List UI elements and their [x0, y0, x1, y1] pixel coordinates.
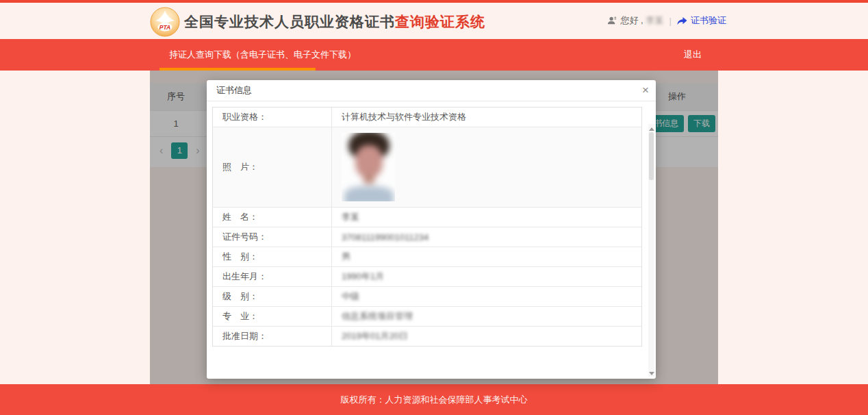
greeting-text: 您好 , — [620, 14, 643, 27]
tab-holder-query-download[interactable]: 持证人查询下载（含电子证书、电子文件下载） — [169, 39, 356, 71]
user-icon — [607, 16, 617, 25]
detail-row-approval-date: 批准日期： 2019年01月20日 — [213, 326, 641, 346]
detail-value: 370811199001011234 — [332, 227, 641, 247]
detail-row-name: 姓 名： 李某 — [213, 207, 641, 227]
detail-value — [332, 127, 641, 207]
detail-label: 职业资格： — [213, 108, 332, 127]
detail-label: 照 片： — [213, 127, 332, 207]
detail-row-level: 级 别： 中级 — [213, 286, 641, 306]
detail-label: 姓 名： — [213, 208, 332, 227]
page-title: 全国专业技术人员职业资格证书查询验证系统 — [184, 12, 485, 32]
divider: | — [669, 16, 672, 26]
detail-value: 信息系统项目管理 — [332, 307, 641, 326]
detail-value: 1990年1月 — [332, 267, 641, 286]
scrollbar-thumb[interactable] — [649, 132, 654, 180]
page-title-suffix: 查询验证系统 — [395, 14, 485, 29]
detail-value: 计算机技术与软件专业技术资格 — [332, 108, 641, 127]
content-area: 序号 操作 1 证书信息 下载 ‹ 1 › 共1条 证书信息 × — [150, 71, 718, 384]
detail-row-major: 专 业： 信息系统项目管理 — [213, 306, 641, 326]
modal-title: 证书信息 — [216, 85, 252, 95]
detail-row-id-number: 证件号码： 370811199001011234 — [213, 227, 641, 247]
detail-label: 专 业： — [213, 307, 332, 326]
copyright-text: 版权所有：人力资源和社会保障部人事考试中心 — [341, 394, 528, 405]
detail-label: 批准日期： — [213, 327, 332, 346]
detail-value: 中级 — [332, 287, 641, 306]
detail-label: 证件号码： — [213, 227, 332, 247]
page-title-main: 全国专业技术人员职业资格证书 — [184, 14, 395, 29]
detail-row-qualification: 职业资格： 计算机技术与软件专业技术资格 — [213, 108, 641, 127]
certificate-verify-link[interactable]: 证书验证 — [691, 14, 726, 27]
user-name: 李某 — [646, 14, 664, 27]
detail-label: 级 别： — [213, 287, 332, 306]
detail-value: 男 — [332, 247, 641, 266]
site-header: PTA 全国专业技术人员职业资格证书查询验证系统 您好 , 李某 | — [0, 3, 868, 39]
certificate-photo — [342, 133, 395, 201]
share-arrow-icon — [677, 16, 687, 25]
main-nav: 持证人查询下载（含电子证书、电子文件下载） 退出 — [0, 39, 868, 71]
modal-header: 证书信息 × — [207, 80, 656, 101]
detail-value: 李某 — [332, 208, 641, 227]
certificate-detail-table: 职业资格： 计算机技术与软件专业技术资格 照 片： — [212, 107, 642, 347]
detail-row-gender: 性 别： 男 — [213, 247, 641, 266]
close-icon[interactable]: × — [642, 80, 649, 101]
pta-logo-icon: PTA — [150, 7, 180, 37]
detail-label: 性 别： — [213, 247, 332, 266]
modal-scrollbar[interactable] — [648, 124, 654, 377]
detail-value: 2019年01月20日 — [332, 327, 641, 346]
certificate-info-modal: 证书信息 × 职业资格： 计算机技术与软件专业技术资格 照 片： — [207, 80, 656, 379]
detail-label: 出生年月： — [213, 267, 332, 286]
logout-button[interactable]: 退出 — [667, 39, 718, 71]
site-footer: 版权所有：人力资源和社会保障部人事考试中心 — [0, 384, 868, 415]
modal-body: 职业资格： 计算机技术与软件专业技术资格 照 片： — [207, 101, 656, 379]
scroll-down-icon[interactable] — [648, 370, 654, 377]
svg-text:PTA: PTA — [159, 23, 170, 30]
detail-row-birth-date: 出生年月： 1990年1月 — [213, 266, 641, 286]
user-bar: 您好 , 李某 | 证书验证 — [607, 14, 726, 27]
scroll-up-icon[interactable] — [648, 124, 654, 131]
detail-row-photo: 照 片： — [213, 127, 641, 207]
